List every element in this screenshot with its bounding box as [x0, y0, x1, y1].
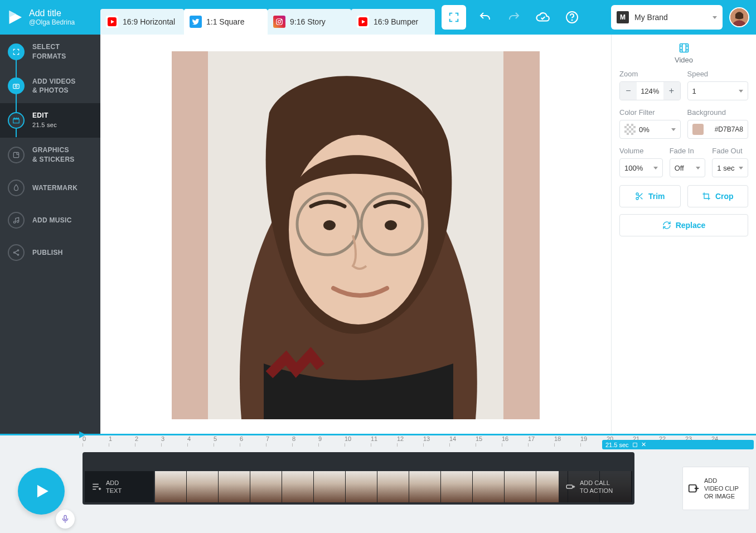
svg-point-15: [15, 85, 17, 88]
svg-point-32: [636, 197, 638, 200]
cta-icon: [565, 482, 575, 492]
svg-marker-33: [37, 484, 49, 497]
step-add-videos[interactable]: ADD VIDEOS& PHOTOS: [0, 69, 100, 104]
topbar: Add title @Olga Bedrina 16:9 Horizontal …: [0, 0, 756, 35]
twitter-icon: [190, 16, 202, 28]
sticker-icon: [12, 151, 20, 159]
ruler-tick: 5: [214, 435, 240, 449]
zoom-stepper[interactable]: − 124% +: [619, 81, 681, 100]
svg-rect-16: [13, 119, 20, 123]
clip-duration-badge: 21.5 sec ✕: [602, 440, 754, 449]
colorfilter-select[interactable]: 0%: [619, 120, 681, 139]
step-graphics[interactable]: GRAPHICS& STICKERS: [0, 138, 100, 172]
video-canvas[interactable]: [172, 51, 540, 419]
close-icon[interactable]: ✕: [641, 441, 646, 448]
ruler-tick: 10: [345, 435, 371, 449]
fullscreen-button[interactable]: [442, 5, 466, 30]
brand-select[interactable]: M My Brand: [611, 5, 723, 30]
redo-button[interactable]: [504, 7, 524, 27]
replace-button[interactable]: Replace: [619, 214, 748, 236]
project-title[interactable]: Add title: [29, 8, 75, 18]
help-button[interactable]: [562, 7, 582, 27]
add-cta-button[interactable]: ADD CALLTO ACTION: [559, 471, 632, 502]
replace-icon: [662, 221, 671, 230]
user-avatar[interactable]: [729, 7, 749, 27]
video-frame: [208, 51, 503, 419]
play-button[interactable]: [18, 468, 65, 515]
svg-point-6: [281, 20, 282, 20]
tab-story[interactable]: 9:16 Story: [268, 9, 351, 35]
svg-rect-34: [64, 515, 66, 520]
ruler-tick: 11: [371, 435, 397, 449]
chevron-down-icon: [713, 16, 717, 19]
text-icon: [91, 482, 101, 492]
svg-point-10: [572, 20, 573, 21]
brand-name: My Brand: [634, 13, 668, 22]
fadeout-select[interactable]: 1 sec: [712, 158, 748, 177]
track-area[interactable]: 21.5 sec ✕ ADDTEXT ADD CALLTO ACTION: [83, 449, 756, 533]
step-label: GRAPHICS& STICKERS: [32, 146, 75, 164]
ruler-tick: 16: [502, 435, 528, 449]
tab-square[interactable]: 1:1 Square: [184, 9, 268, 35]
tab-label: 16:9 Horizontal: [123, 17, 175, 26]
clip-thumb: [505, 471, 536, 502]
fadein-select[interactable]: Off: [670, 158, 706, 177]
properties-panel: Video Zoom − 124% + Speed 1: [611, 35, 756, 434]
step-edit[interactable]: EDIT21.5 sec: [0, 103, 100, 138]
ruler-tick: 1: [109, 435, 135, 449]
tab-horizontal[interactable]: 16:9 Horizontal: [100, 9, 184, 35]
canvas-area: [100, 35, 611, 434]
colorfilter-label: Color Filter: [619, 108, 681, 117]
transparent-swatch: [624, 124, 636, 135]
speed-label: Speed: [687, 70, 749, 78]
svg-rect-35: [633, 443, 637, 447]
step-watermark[interactable]: WATERMARK: [0, 172, 100, 204]
sidebar: SELECTFORMATS ADD VIDEOS& PHOTOS EDIT21.…: [0, 35, 100, 434]
undo-button[interactable]: [475, 7, 495, 27]
step-label: WATERMARK: [32, 183, 77, 193]
add-clip-button[interactable]: ADDVIDEO CLIPOR IMAGE: [682, 467, 749, 510]
app-logo: [7, 9, 23, 26]
ruler-tick: 15: [476, 435, 502, 449]
format-tabs: 16:9 Horizontal 1:1 Square 9:16 Story 16…: [100, 0, 435, 35]
step-publish[interactable]: PUBLISH: [0, 236, 100, 269]
fadeout-label: Fade Out: [712, 147, 748, 155]
clip-thumb: [187, 471, 219, 502]
ruler-tick: 13: [423, 435, 449, 449]
svg-point-31: [636, 193, 638, 195]
trim-button[interactable]: Trim: [619, 185, 681, 207]
step-label: EDIT21.5 sec: [32, 111, 57, 130]
tab-label: 9:16 Story: [290, 17, 326, 26]
clip-thumb: [219, 471, 250, 502]
formats-icon: [12, 48, 20, 56]
bg-swatch: [692, 124, 704, 135]
tab-label: 16:9 Bumper: [374, 17, 418, 26]
expand-icon[interactable]: [632, 442, 638, 448]
ruler-tick: 6: [240, 435, 266, 449]
chevron-down-icon: [739, 90, 743, 93]
zoom-plus[interactable]: +: [663, 82, 680, 100]
share-icon: [12, 249, 20, 256]
voiceover-button[interactable]: [56, 510, 75, 529]
step-select-formats[interactable]: SELECTFORMATS: [0, 35, 100, 69]
volume-select[interactable]: 100%: [619, 158, 663, 177]
svg-point-5: [278, 21, 281, 23]
cloud-save-button[interactable]: [533, 7, 553, 27]
clip-thumb: [441, 471, 473, 502]
video-clip[interactable]: ADDTEXT ADD CALLTO ACTION: [83, 452, 634, 505]
step-music[interactable]: ADD MUSIC: [0, 204, 100, 236]
tab-bumper[interactable]: 16:9 Bumper: [351, 9, 435, 35]
background-select[interactable]: #D7B7A8: [687, 120, 749, 139]
svg-point-20: [17, 250, 18, 251]
clip-thumb: [409, 471, 441, 502]
add-text-button[interactable]: ADDTEXT: [85, 471, 154, 502]
chevron-down-icon: [653, 167, 658, 169]
zoom-minus[interactable]: −: [620, 82, 637, 100]
crop-button[interactable]: Crop: [687, 185, 749, 207]
svg-rect-14: [13, 84, 20, 89]
drop-icon: [12, 184, 20, 192]
ruler-tick: 0: [83, 435, 109, 449]
speed-select[interactable]: 1: [687, 81, 749, 100]
clip-thumb: [346, 471, 377, 502]
project-user: @Olga Bedrina: [29, 18, 75, 26]
